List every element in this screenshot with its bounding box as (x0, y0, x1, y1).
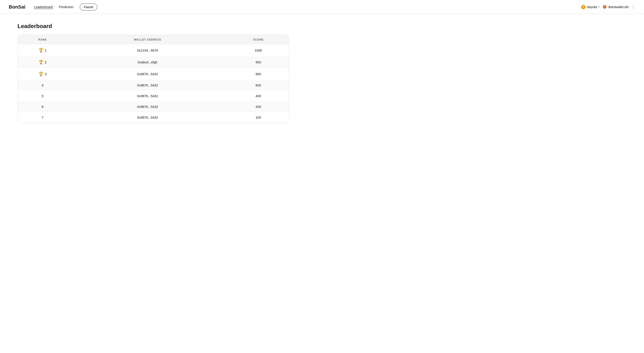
navbar: BonSai Leaderboard Prediction Faucet S S… (0, 0, 644, 14)
rank-number: 7 (42, 116, 43, 119)
nav-leaderboard[interactable]: Leaderboard (34, 5, 53, 9)
leaderboard-table: RANK WALLET ADDRESS SCORE 🏆10x1234...567… (18, 35, 289, 123)
wallet-address-cell: 0x9876...5432 (68, 112, 228, 123)
score-cell: 600 (228, 80, 289, 91)
rank-number: 1 (45, 49, 46, 52)
table-row: 🏆20xabcd...efgh950 (18, 56, 289, 68)
metamask-icon: 🦊 (602, 5, 607, 10)
wallet-address-cell: 0x9876...5432 (68, 68, 228, 80)
score-cell: 400 (228, 91, 289, 101)
rank-cell: 🏆2 (18, 56, 68, 68)
brand-logo: BonSai (9, 4, 26, 10)
score-cell: 900 (228, 68, 289, 80)
rank-number: 6 (42, 105, 43, 109)
wallet-address: tktestwallet.eth (608, 5, 629, 9)
table-row: 40x9876...5432600 (18, 80, 289, 91)
leaderboard-table-container: RANK WALLET ADDRESS SCORE 🏆10x1234...567… (18, 35, 289, 123)
main-content: Leaderboard RANK WALLET ADDRESS SCORE 🏆1… (0, 14, 307, 132)
rank-cell: 5 (18, 91, 68, 101)
wallet-address-cell: 0xabcd...efgh (68, 56, 228, 68)
nav-right: S Sepolia ▾ 🦊 tktestwallet.eth ⋮ (581, 5, 635, 10)
wallet-address-cell: 0x1234...5678 (68, 44, 228, 56)
column-wallet: WALLET ADDRESS (68, 35, 228, 44)
network-icon: S (581, 5, 586, 9)
trophy-bronze-icon: 🏆 (38, 72, 43, 76)
rank-number: 5 (42, 94, 43, 98)
table-row: 60x9876...5432200 (18, 101, 289, 112)
wallet-address-cell: 0x9876...5432 (68, 80, 228, 91)
rank-number: 2 (45, 60, 46, 64)
trophy-gold-icon: 🏆 (38, 48, 43, 53)
column-rank: RANK (18, 35, 68, 44)
rank-cell: 🏆3 (18, 68, 68, 80)
column-score: SCORE (228, 35, 289, 44)
rank-cell: 🏆1 (18, 44, 68, 56)
network-name: Sepolia (587, 5, 597, 9)
rank-cell: 4 (18, 80, 68, 91)
rank-cell: 6 (18, 101, 68, 112)
wallet-address-cell: 0x9876...5432 (68, 101, 228, 112)
rank-number: 4 (42, 83, 43, 87)
score-cell: 200 (228, 101, 289, 112)
table-row: 50x9876...5432400 (18, 91, 289, 101)
table-header-row: RANK WALLET ADDRESS SCORE (18, 35, 289, 44)
wallet-address-cell: 0x9876...5432 (68, 91, 228, 101)
chevron-down-icon: ▾ (598, 6, 600, 8)
page-title: Leaderboard (18, 23, 289, 30)
nav-links: Leaderboard Prediction Faucet (34, 4, 574, 11)
wallet-info: 🦊 tktestwallet.eth (602, 5, 629, 10)
trophy-silver-icon: 🏆 (38, 60, 43, 65)
more-options-button[interactable]: ⋮ (631, 5, 635, 10)
table-row: 🏆30x9876...5432900 (18, 68, 289, 80)
score-cell: 1000 (228, 44, 289, 56)
rank-cell: 7 (18, 112, 68, 123)
score-cell: 100 (228, 112, 289, 123)
faucet-button[interactable]: Faucet (80, 4, 98, 11)
table-row: 🏆10x1234...56781000 (18, 44, 289, 56)
network-selector[interactable]: S Sepolia ▾ (581, 5, 600, 9)
table-row: 70x9876...5432100 (18, 112, 289, 123)
nav-prediction[interactable]: Prediction (59, 5, 74, 9)
score-cell: 950 (228, 56, 289, 68)
rank-number: 3 (45, 72, 46, 76)
